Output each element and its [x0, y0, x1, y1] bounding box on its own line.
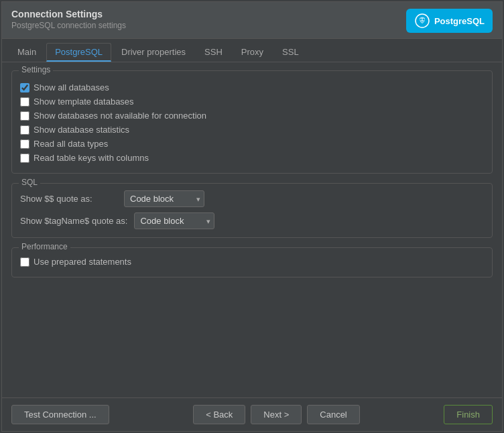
checkbox-show-stats-input[interactable] — [20, 125, 29, 135]
checkbox-show-unavailable: Show databases not available for connect… — [20, 109, 484, 123]
next-button[interactable]: Next > — [251, 405, 302, 424]
tab-main[interactable]: Main — [9, 43, 45, 62]
dollar-dollar-quote-label: Show $$ quote as: — [20, 194, 117, 204]
checkbox-show-all-input[interactable] — [20, 83, 29, 92]
checkbox-show-unavailable-input[interactable] — [20, 111, 29, 121]
footer-center: < Back Next > Cancel — [193, 405, 360, 424]
settings-section-label: Settings — [19, 65, 53, 74]
checkbox-show-template: Show template databases — [20, 95, 484, 109]
logo-text: PostgreSQL — [434, 16, 485, 26]
postgresql-icon — [414, 13, 430, 29]
footer-left: Test Connection ... — [11, 405, 109, 424]
tagname-quote-label: Show $tagName$ quote as: — [20, 216, 127, 226]
checkbox-read-all-types-input[interactable] — [20, 139, 29, 149]
cancel-button[interactable]: Cancel — [307, 405, 359, 424]
svg-point-2 — [422, 19, 424, 21]
settings-checkboxes: Show all databases Show template databas… — [20, 78, 484, 165]
checkbox-read-table-keys: Read table keys with columns — [20, 151, 484, 165]
sql-section: SQL Show $$ quote as: Code block String … — [11, 183, 493, 238]
dollar-dollar-quote-select[interactable]: Code block String None — [124, 190, 204, 207]
tagname-quote-wrapper: Code block String None — [134, 212, 214, 229]
checkbox-prepared-statements-label: Use prepared statements — [34, 257, 131, 267]
footer-right: Finish — [444, 405, 493, 424]
finish-button[interactable]: Finish — [444, 405, 493, 424]
postgresql-logo: PostgreSQL — [406, 9, 493, 33]
checkbox-read-table-keys-input[interactable] — [20, 153, 29, 163]
dollar-dollar-quote-row: Show $$ quote as: Code block String None — [20, 190, 484, 207]
checkbox-show-template-input[interactable] — [20, 97, 29, 107]
tab-ssl[interactable]: SSL — [273, 43, 308, 62]
test-connection-button[interactable]: Test Connection ... — [11, 405, 109, 424]
dollar-dollar-quote-wrapper: Code block String None — [124, 190, 204, 207]
tab-postgresql[interactable]: PostgreSQL — [46, 43, 111, 62]
dialog-title: Connection Settings — [11, 9, 126, 19]
svg-point-1 — [420, 19, 422, 21]
performance-section: Performance Use prepared statements — [11, 247, 493, 277]
dialog-subtitle: PostgreSQL connection settings — [11, 21, 126, 30]
checkbox-show-all-label: Show all databases — [34, 82, 109, 92]
dialog-header: Connection Settings PostgreSQL connectio… — [2, 2, 502, 39]
header-left: Connection Settings PostgreSQL connectio… — [11, 9, 126, 30]
checkbox-prepared-statements: Use prepared statements — [20, 255, 484, 269]
performance-section-label: Performance — [19, 242, 70, 251]
dialog-footer: Test Connection ... < Back Next > Cancel… — [2, 397, 502, 431]
checkbox-read-all-types-label: Read all data types — [34, 139, 108, 149]
back-button[interactable]: < Back — [193, 405, 245, 424]
tab-bar: Main PostgreSQL Driver properties SSH Pr… — [2, 39, 502, 62]
checkbox-read-table-keys-label: Read table keys with columns — [34, 153, 149, 163]
tab-proxy[interactable]: Proxy — [233, 43, 272, 62]
sql-section-label: SQL — [19, 178, 40, 187]
checkbox-prepared-statements-input[interactable] — [20, 257, 29, 267]
checkbox-show-template-label: Show template databases — [34, 97, 134, 107]
checkbox-read-all-types: Read all data types — [20, 137, 484, 151]
checkbox-show-unavailable-label: Show databases not available for connect… — [34, 111, 206, 121]
checkbox-show-stats-label: Show database statistics — [34, 125, 129, 135]
settings-section: Settings Show all databases Show templat… — [11, 70, 493, 174]
checkbox-show-all: Show all databases — [20, 80, 484, 95]
tagname-quote-row: Show $tagName$ quote as: Code block Stri… — [20, 212, 484, 229]
tagname-quote-select[interactable]: Code block String None — [134, 212, 214, 229]
tab-content: Settings Show all databases Show templat… — [2, 62, 502, 397]
tab-driver-properties[interactable]: Driver properties — [113, 43, 194, 62]
connection-settings-dialog: Connection Settings PostgreSQL connectio… — [1, 1, 503, 432]
tab-ssh[interactable]: SSH — [196, 43, 231, 62]
checkbox-show-stats: Show database statistics — [20, 123, 484, 137]
